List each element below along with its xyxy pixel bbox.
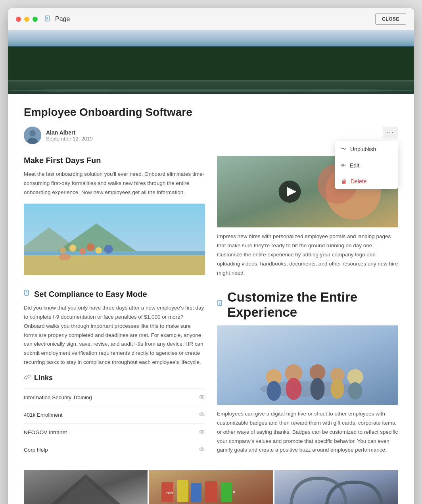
link-label-3: NEOGOV Intranet [24,429,67,435]
maximize-control-dot[interactable] [33,17,38,22]
avatar [24,127,41,144]
minimize-control-dot[interactable] [24,17,29,22]
svg-rect-57 [177,480,188,502]
link-icon [24,373,31,382]
make-first-days-heading: Make First Days Fun [24,156,205,165]
page-title-bar: Page [55,15,70,23]
compliance-heading-wrapper: Set Compliance to Easy Mode [24,290,205,299]
compliance-heading: Set Compliance to Easy Mode [34,290,147,299]
svg-point-32 [199,430,204,433]
svg-point-17 [96,247,102,254]
dropdown-edit[interactable]: ✏ Edit [335,158,398,173]
svg-point-14 [69,244,77,252]
hero-water [8,89,414,92]
svg-point-16 [87,243,95,251]
window-controls [16,17,38,22]
compliance-text: Did you know that you only have three da… [24,304,205,367]
links-heading: Links [34,374,53,382]
app-window: Page CLOSE Employee Onboarding Software [8,8,414,504]
svg-point-34 [199,448,204,451]
edit-label: Edit [350,162,359,169]
close-button[interactable]: CLOSE [375,13,406,25]
customize-heading-wrapper: Customize the Entire Experience [217,290,398,320]
dropdown-delete[interactable]: 🗑 Delete [335,173,398,189]
compliance-icon [24,290,31,298]
link-label-2: 401k Enrollment [24,412,63,418]
author-date: September 12, 2019 [46,136,93,142]
unplublish-label: Unplublish [350,146,376,152]
portal-text: Impress new hires with personalized empl… [217,232,398,278]
svg-point-12 [59,254,71,260]
svg-point-47 [267,381,281,401]
svg-point-33 [201,431,203,433]
more-options-button[interactable]: ··· [383,127,398,139]
people-outdoors-image [24,204,205,275]
eye-icon-2[interactable] [199,411,205,419]
links-section: Links Information Security Training [24,373,205,458]
svg-point-15 [80,248,86,254]
article-title: Employee Onboarding Software [24,106,398,119]
make-first-days-text: Meet the last onboarding solution you'll… [24,170,205,197]
compliance-left: Set Compliance to Easy Mode Did you know… [24,290,205,459]
svg-text:TON: TON [166,491,173,495]
bottom-image-2: TON S [149,470,273,504]
bottom-image-3 [274,470,398,504]
customize-section: Customize the Entire Experience [217,290,398,459]
svg-point-50 [331,379,344,399]
svg-point-28 [199,395,204,398]
hero-image [8,31,414,94]
svg-point-35 [201,448,203,450]
title-bar: Page CLOSE [8,8,414,31]
compliance-section: Set Compliance to Easy Mode Did you know… [24,290,398,459]
svg-rect-58 [191,483,201,502]
hero-trees [8,46,414,82]
bottom-image-1 [24,470,148,504]
svg-point-31 [201,414,203,415]
page-icon [44,15,52,23]
compliance-row: Set Compliance to Easy Mode Did you know… [24,290,398,459]
customize-heading: Customize the Entire Experience [227,290,398,320]
first-section-left: Make First Days Fun Meet the last onboar… [24,156,205,278]
title-bar-left: Page [16,15,70,23]
delete-label: Delete [351,178,366,185]
link-item-2[interactable]: 401k Enrollment [24,406,205,423]
svg-point-5 [29,130,36,137]
svg-point-18 [104,245,113,254]
link-label-4: Corp Help [24,447,48,453]
svg-text:S: S [233,491,235,494]
link-item-3[interactable]: NEOGOV Intranet [24,423,205,441]
svg-point-29 [201,396,203,398]
author-section: Alan Albert September 12, 2019 ··· 〜 Unp… [24,127,398,144]
main-content: Employee Onboarding Software Alan Albert… [8,94,414,504]
bottom-images: TON S [24,470,398,504]
link-label-1: Information Security Training [24,394,92,400]
svg-point-49 [311,378,325,400]
edit-icon: ✏ [341,162,346,169]
delete-icon: 🗑 [341,178,347,185]
link-item-1[interactable]: Information Security Training [24,389,205,406]
customize-icon [217,300,224,309]
links-list: Information Security Training 401k Enrol [24,389,205,458]
svg-point-30 [199,413,204,416]
svg-point-13 [60,247,66,254]
dropdown-menu: 〜 Unplublish ✏ Edit 🗑 Delete [335,141,398,189]
svg-rect-60 [221,482,232,502]
svg-rect-59 [205,481,217,502]
eye-icon-4[interactable] [199,446,205,454]
svg-rect-11 [24,255,205,275]
eye-icon-1[interactable] [199,394,205,401]
link-item-4[interactable]: Corp Help [24,441,205,458]
svg-point-51 [348,382,363,400]
office-image [217,325,398,405]
author-info: Alan Albert September 12, 2019 [46,129,93,142]
unplublish-icon: 〜 [341,146,346,153]
author-name: Alan Albert [46,129,93,136]
links-heading-wrapper: Links [24,373,205,382]
eye-icon-3[interactable] [199,429,205,436]
dropdown-unplublish[interactable]: 〜 Unplublish [335,141,398,158]
close-control-dot[interactable] [16,17,21,22]
svg-point-48 [286,378,302,400]
customize-text: Employees can give a digital high five o… [217,410,398,455]
